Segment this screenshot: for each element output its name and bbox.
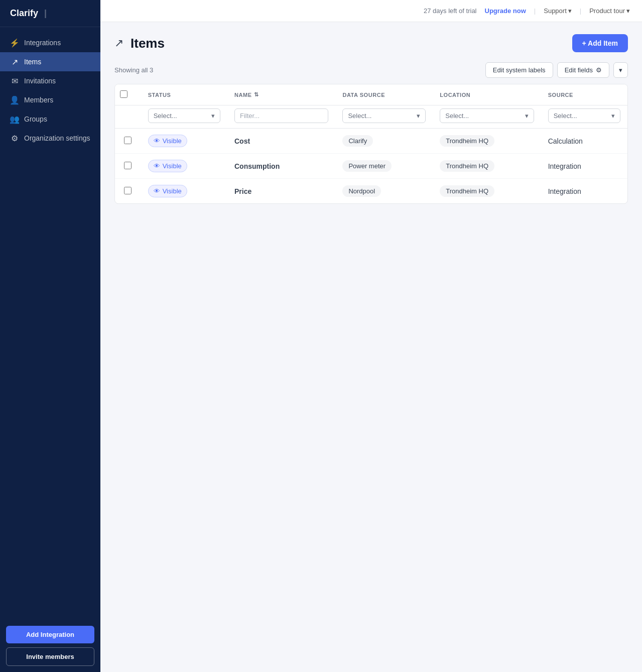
chevron-down-icon: ▾ [525,112,529,120]
row-checkbox-cell [115,179,141,204]
row-datasource-2: Nordpool [335,179,433,204]
eye-icon: 👁 [154,187,160,195]
source-text: Calculation [548,137,583,145]
row-source-0: Calculation [541,129,627,154]
main-content: 27 days left of trial Upgrade now | Supp… [100,0,642,672]
eye-icon: 👁 [154,137,160,145]
visible-badge: 👁 Visible [148,185,187,197]
sidebar-item-label: Groups [24,115,47,123]
datasource-badge: Clarify [342,135,373,147]
sidebar-item-org-settings[interactable]: ⚙ Organization settings [0,129,100,148]
row-checkbox-0[interactable] [124,137,132,144]
sidebar-item-label: Items [24,58,41,66]
status-filter-button[interactable]: Select... ▾ [148,108,220,123]
row-status-2: 👁 Visible [141,179,227,204]
topbar-divider1: | [534,7,536,15]
product-tour-link[interactable]: Product tour ▾ [589,7,630,15]
row-name-2[interactable]: Price [227,179,335,204]
filter-row: Select... ▾ Select... ▾ [115,105,627,129]
datasource-filter-button[interactable]: Select... ▾ [342,108,426,123]
location-badge: Trondheim HQ [440,185,494,197]
sidebar-item-items[interactable]: ↗ Items [0,52,100,71]
items-icon: ↗ [10,57,19,66]
row-checkbox-2[interactable] [124,187,132,194]
sidebar-item-members[interactable]: 👤 Members [0,90,100,109]
header-datasource: DATA SOURCE [335,84,433,105]
datasource-badge: Nordpool [342,185,381,197]
source-text: Integration [548,187,581,195]
filter-name [227,105,335,129]
chevron-down-icon: ▾ [619,66,622,74]
gear-icon: ⚙ [596,66,602,74]
chevron-down-icon: ▾ [626,7,630,15]
add-item-button[interactable]: + Add Item [572,34,628,52]
row-location-2: Trondheim HQ [433,179,541,204]
integrations-icon: ⚡ [10,38,19,47]
support-link[interactable]: Support ▾ [544,7,572,15]
row-datasource-0: Clarify [335,129,433,154]
row-source-1: Integration [541,154,627,179]
filter-datasource: Select... ▾ [335,105,433,129]
content-area: ↗ Items + Add Item Showing all 3 Edit sy… [100,22,642,672]
header-status: STATUS [141,84,227,105]
header-name[interactable]: NAME ⇅ [227,84,335,105]
row-name-0[interactable]: Cost [227,129,335,154]
showing-label: Showing all 3 [114,66,153,74]
filter-source: Select... ▾ [541,105,627,129]
chevron-down-icon: ▾ [568,7,572,15]
name-sort-button[interactable]: NAME ⇅ [234,91,328,98]
sidebar-item-label: Organization settings [24,134,90,142]
table-header-row: STATUS NAME ⇅ DATA SOURCE LOCATI [115,84,627,105]
page-title: Items [131,36,165,51]
row-datasource-1: Power meter [335,154,433,179]
chevron-down-icon: ▾ [211,112,215,120]
filter-checkbox-cell [115,105,141,129]
row-status-1: 👁 Visible [141,154,227,179]
location-badge: Trondheim HQ [440,160,494,172]
invite-members-button[interactable]: Invite members [6,647,94,666]
sidebar-item-integrations[interactable]: ⚡ Integrations [0,33,100,52]
groups-icon: 👥 [10,115,19,124]
upgrade-link[interactable]: Upgrade now [485,7,526,15]
edit-system-labels-button[interactable]: Edit system labels [485,62,553,78]
filter-status: Select... ▾ [141,105,227,129]
sidebar-item-label: Integrations [24,39,61,47]
trend-icon: ↗ [114,37,123,50]
org-settings-icon: ⚙ [10,134,19,143]
items-table: STATUS NAME ⇅ DATA SOURCE LOCATI [115,84,627,203]
app-name: Clarify [10,8,38,19]
sidebar-item-groups[interactable]: 👥 Groups [0,109,100,129]
location-filter-button[interactable]: Select... ▾ [440,108,534,123]
chevron-down-icon: ▾ [611,112,615,120]
edit-fields-button[interactable]: Edit fields ⚙ [557,62,609,78]
source-text: Integration [548,162,581,170]
page-title-area: ↗ Items [114,36,165,51]
name-filter-input[interactable] [234,108,328,123]
sidebar-nav: ⚡ Integrations ↗ Items ✉ Invitations 👤 M… [0,27,100,620]
row-status-0: 👁 Visible [141,129,227,154]
logo-divider: | [44,8,47,19]
sort-icon: ⇅ [254,91,259,98]
table-options-button[interactable]: ▾ [613,62,628,78]
location-badge: Trondheim HQ [440,135,494,147]
add-integration-button[interactable]: Add Integration [6,626,94,643]
topbar-divider2: | [580,7,581,15]
header-checkbox-cell [115,84,141,105]
table-body: 👁 Visible Cost Clarify Trondheim HQ Calc… [115,129,627,204]
sidebar-item-label: Invitations [24,77,56,85]
table-controls: Showing all 3 Edit system labels Edit fi… [114,62,628,78]
select-all-checkbox[interactable] [120,90,127,98]
row-checkbox-1[interactable] [124,162,132,169]
topbar: 27 days left of trial Upgrade now | Supp… [100,0,642,22]
table-actions: Edit system labels Edit fields ⚙ ▾ [485,62,628,78]
eye-icon: 👁 [154,162,160,170]
row-name-1[interactable]: Consumption [227,154,335,179]
header-source: SOURCE [541,84,627,105]
header-location: LOCATION [433,84,541,105]
row-checkbox-cell [115,129,141,154]
visible-badge: 👁 Visible [148,160,187,172]
sidebar-item-invitations[interactable]: ✉ Invitations [0,71,100,90]
chevron-down-icon: ▾ [417,112,420,120]
table-row: 👁 Visible Cost Clarify Trondheim HQ Calc… [115,129,627,154]
source-filter-button[interactable]: Select... ▾ [548,108,620,123]
